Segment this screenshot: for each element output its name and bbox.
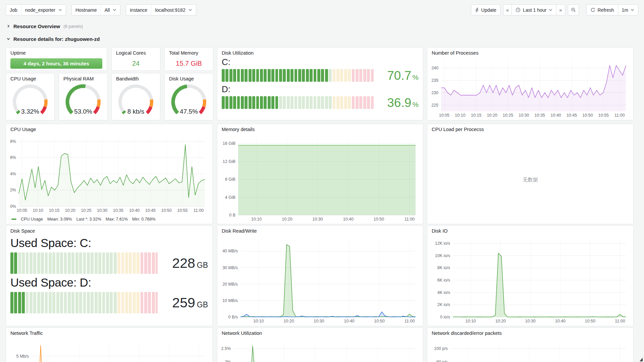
disk-io-chart[interactable]: 10:1010:2010:3010:4010:5011:000 io/s2K i… xyxy=(430,237,630,324)
svg-text:10K io/s: 10K io/s xyxy=(435,253,450,258)
svg-text:10:55: 10:55 xyxy=(177,208,187,213)
network-traffic-chart[interactable]: 10:1010:2010:3010:4010:5011:005 Mb/s2.5 … xyxy=(9,339,209,362)
network-utilization-chart[interactable]: 10:1010:2010:3010:4010:5011:002.5%2%1.5%… xyxy=(220,339,420,362)
panel-title[interactable]: Total Memory xyxy=(165,48,213,56)
svg-text:10:50: 10:50 xyxy=(161,208,171,213)
variable-instance[interactable]: instance localhost:9182 xyxy=(126,4,196,15)
panel-title[interactable]: Disk Usage xyxy=(165,73,213,82)
time-range-picker[interactable]: Last 1 hour xyxy=(512,4,556,15)
svg-text:10:30: 10:30 xyxy=(312,217,323,222)
memory-details-chart[interactable]: 10:1010:2010:3010:4010:5011:000 B4 GiB8 … xyxy=(220,135,420,223)
panel-title[interactable]: Logical Cores xyxy=(112,48,160,56)
update-button[interactable]: Update xyxy=(471,4,500,15)
time-shift-forward-button[interactable]: » xyxy=(556,4,565,15)
svg-text:10:10: 10:10 xyxy=(251,217,262,222)
svg-text:10:20: 10:20 xyxy=(283,319,294,323)
svg-text:10:40: 10:40 xyxy=(551,113,561,118)
svg-text:240: 240 xyxy=(431,66,438,70)
variable-job-value[interactable]: node_exporter xyxy=(21,5,66,15)
panel-title[interactable]: CPU Load per Procecss xyxy=(427,124,633,133)
disk-usage-gauge: 47.5% xyxy=(167,83,210,119)
processes-chart[interactable]: 10:0510:1010:1510:2010:2510:3010:3510:40… xyxy=(430,59,630,119)
svg-text:11:00: 11:00 xyxy=(405,217,415,222)
zoom-out-button[interactable] xyxy=(568,4,579,15)
refresh-interval-picker[interactable]: 1m xyxy=(618,4,638,15)
uptime-value-bar: 4 days, 2 hours, 36 minutes xyxy=(10,58,102,69)
drive-value-unit: % xyxy=(412,73,419,81)
chevron-down-icon xyxy=(631,9,634,11)
time-range-group: « Last 1 hour » xyxy=(503,4,565,15)
row-title: Resource Overview xyxy=(13,23,60,29)
panel-title[interactable]: Disk Space xyxy=(6,226,212,234)
panel-title[interactable]: Network discarded/error packets xyxy=(427,328,633,337)
panel-title[interactable]: Number of Processes xyxy=(427,48,633,56)
panel-title[interactable]: Disk Read/Write xyxy=(217,226,423,234)
svg-text:10:20: 10:20 xyxy=(282,217,292,222)
variable-hostname[interactable]: Hostname All xyxy=(71,4,120,15)
svg-text:11:00: 11:00 xyxy=(615,319,625,323)
row-resource-details[interactable]: Resource details for: zhuguowen-zd xyxy=(7,35,100,43)
panel-title[interactable]: Disk IO xyxy=(427,226,633,234)
svg-text:10:50: 10:50 xyxy=(374,217,384,222)
panel-memory-details: Memory details 10:1010:2010:3010:4010:50… xyxy=(217,124,423,224)
used-space-value-number: 228 xyxy=(172,256,195,270)
scroll-down-indicator[interactable] xyxy=(640,358,643,361)
refresh-button[interactable]: Refresh xyxy=(586,4,618,15)
chevron-down-icon xyxy=(549,9,552,11)
panel-disk-read-write: Disk Read/Write 10:1010:2010:3010:4010:5… xyxy=(217,225,423,326)
svg-text:6K io/s: 6K io/s xyxy=(437,278,450,283)
panel-title[interactable]: Uptime xyxy=(6,48,107,56)
panel-title[interactable]: CPU Usage xyxy=(6,124,212,133)
panel-title[interactable]: Network Traffic xyxy=(6,328,212,337)
variable-instance-value[interactable]: localhost:9182 xyxy=(151,5,196,15)
svg-text:10:30: 10:30 xyxy=(97,208,107,213)
svg-text:8%: 8% xyxy=(10,139,16,144)
svg-text:230: 230 xyxy=(431,90,438,95)
svg-text:10:25: 10:25 xyxy=(503,113,513,118)
svg-text:10:10: 10:10 xyxy=(33,208,43,213)
drive-label: D: xyxy=(222,84,419,95)
panel-title[interactable]: CPU Usage xyxy=(6,73,54,82)
legend-series-label[interactable]: CPU Usage xyxy=(21,217,43,222)
panel-title[interactable]: Memory details xyxy=(217,124,423,133)
legend-max: Max: 7.61% xyxy=(106,217,128,222)
variable-hostname-value[interactable]: All xyxy=(101,5,120,15)
disk-read-write-chart[interactable]: 10:1010:2010:3010:4010:5011:000 B/s10 MB… xyxy=(220,237,420,324)
svg-text:0%: 0% xyxy=(10,204,16,209)
svg-text:10:15: 10:15 xyxy=(49,208,59,213)
svg-text:10:55: 10:55 xyxy=(598,113,609,118)
svg-text:10:45: 10:45 xyxy=(145,208,156,213)
network-discarded-errors-chart[interactable]: 10:1010:2010:3010:4010:5011:00100 p/s80 … xyxy=(430,339,630,362)
refresh-interval-value: 1m xyxy=(622,7,628,13)
physical-ram-gauge: 53.0% xyxy=(62,83,105,119)
dashboard-toolbar: Job node_exporter Hostname All instance … xyxy=(6,4,638,15)
svg-text:11:00: 11:00 xyxy=(405,319,415,323)
variable-instance-label: instance xyxy=(126,5,151,15)
row-title: Resource details for: zhuguowen-zd xyxy=(13,36,100,42)
led-bar-gauge xyxy=(222,96,376,109)
svg-text:8K io/s: 8K io/s xyxy=(437,265,450,270)
panel-title[interactable]: Physical RAM xyxy=(59,73,107,82)
svg-text:10:50: 10:50 xyxy=(585,319,595,323)
panel-title[interactable]: Bandwidth xyxy=(112,73,160,82)
drive-value: 70.7 % xyxy=(376,69,419,82)
led-bar-gauge xyxy=(10,292,158,313)
row-panel-count: (6 panels) xyxy=(63,24,83,29)
used-space-value-number: 259 xyxy=(172,296,195,310)
svg-text:2%: 2% xyxy=(225,360,231,362)
time-shift-back-button[interactable]: « xyxy=(503,4,512,15)
variable-job[interactable]: Job node_exporter xyxy=(6,4,66,15)
panel-title[interactable]: Network Utilization xyxy=(217,328,423,337)
drive-gauge-row: 36.9 % xyxy=(222,96,419,109)
cpu-usage-legend: CPU Usage Mean: 3.09% Last *: 3.32% Max:… xyxy=(11,217,156,222)
refresh-group: Refresh 1m xyxy=(586,4,638,15)
used-space-gauge-row: 228 GB xyxy=(10,252,208,274)
drive-label: C: xyxy=(222,57,419,67)
panel-title[interactable]: Disk Utilization xyxy=(217,48,423,56)
svg-text:12 GiB: 12 GiB xyxy=(223,159,235,164)
legend-swatch xyxy=(11,219,16,220)
svg-text:10:35: 10:35 xyxy=(535,113,545,118)
row-resource-overview[interactable]: Resource Overview (6 panels) xyxy=(7,22,83,30)
cpu-usage-chart[interactable]: 10:0510:1010:1510:2010:2510:3010:3510:40… xyxy=(9,135,209,214)
used-space-label: Used Space: D: xyxy=(10,276,208,289)
